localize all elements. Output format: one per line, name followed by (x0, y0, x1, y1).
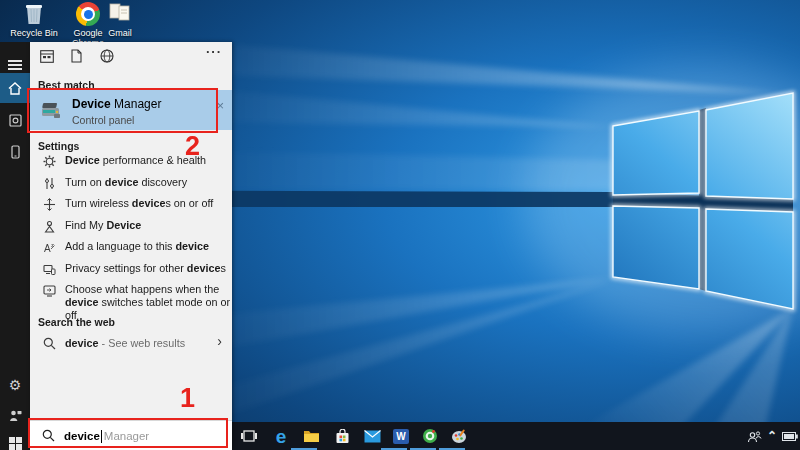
mobile-device-icon (11, 145, 20, 159)
store-icon (335, 429, 350, 444)
store-button[interactable] (333, 422, 351, 450)
sidebar-item-devices[interactable] (0, 137, 30, 167)
sidebar-item-home[interactable] (0, 73, 30, 103)
result-label: Turn on device discovery (65, 176, 187, 189)
web-result-label: device - See web results (65, 337, 185, 349)
paint-palette-icon (451, 428, 468, 444)
desktop-icon-label: Gmail (108, 28, 132, 38)
battery-icon (782, 432, 798, 441)
result-turn-on-device-discovery[interactable]: Turn on device discovery (30, 176, 232, 190)
sidebar-item-settings[interactable]: ⚙ (0, 370, 30, 400)
edge-button[interactable]: e (272, 422, 290, 450)
sidebar-item-feedback[interactable] (0, 400, 30, 430)
search-icon (43, 337, 56, 350)
show-hidden-icons-chevron: ⌃ (767, 429, 777, 443)
wireless-icon (43, 198, 56, 211)
word-icon: W (393, 429, 409, 444)
apps-filter-icon[interactable] (40, 49, 54, 67)
desktop-icon-label: Recycle Bin (10, 28, 58, 38)
feedback-person-icon (9, 409, 22, 422)
result-find-my-device[interactable]: Find My Device (30, 219, 232, 233)
privacy-devices-icon (43, 263, 56, 276)
web-filter-icon[interactable] (100, 49, 114, 67)
edge-icon: e (276, 427, 287, 446)
show-hidden-icons-button[interactable]: ⌃ (765, 422, 779, 450)
coccoc-browser-icon (422, 428, 438, 444)
recycle-bin-icon (22, 2, 46, 26)
language-icon: A z (43, 241, 56, 254)
start-button[interactable] (0, 428, 30, 450)
svg-text:A: A (44, 243, 51, 254)
chevron-right-icon[interactable]: › (217, 333, 222, 349)
notebook-icon (9, 114, 22, 127)
annotation-number-1: 1 (180, 383, 195, 414)
annotation-box-step1 (28, 418, 228, 448)
desktop-screen: Recycle Bin Google Chrome Gmail e (0, 0, 800, 450)
task-view-button[interactable] (240, 422, 258, 450)
result-device-performance-health[interactable]: Device performance & health (30, 154, 232, 168)
desktop-icon-recycle-bin[interactable]: Recycle Bin (8, 2, 60, 38)
search-filter-bar: ··· (30, 42, 232, 70)
gmail-shortcut-icon (107, 2, 133, 26)
result-privacy-other-devices[interactable]: Privacy settings for other devices (30, 262, 232, 276)
mail-button[interactable] (363, 422, 381, 450)
task-view-icon (241, 429, 257, 443)
result-label: Turn wireless devices on or off (65, 197, 213, 210)
find-device-icon (43, 220, 56, 233)
paint-palette-button[interactable] (450, 422, 468, 450)
desktop-icon-gmail[interactable]: Gmail (96, 2, 144, 38)
file-explorer-button[interactable] (302, 422, 320, 450)
file-explorer-icon (303, 429, 320, 443)
result-add-language[interactable]: A z Add a language to this device (30, 240, 232, 254)
sidebar-item-notebook[interactable] (0, 105, 30, 135)
gear-icon: ⚙ (9, 378, 22, 392)
home-icon (8, 82, 22, 95)
result-label: Add a language to this device (65, 240, 209, 253)
windows-logo-icon (9, 437, 22, 450)
search-web-header: Search the web (38, 316, 115, 328)
settings-header: Settings (38, 140, 79, 152)
search-sidebar: ⚙ (0, 42, 30, 450)
hamburger-icon (8, 60, 22, 70)
battery-tray-button[interactable] (781, 422, 799, 450)
gear-icon (43, 155, 56, 168)
annotation-number-2: 2 (185, 131, 200, 162)
documents-filter-icon[interactable] (71, 49, 82, 67)
annotation-box-step2 (27, 88, 218, 133)
result-turn-wireless-devices[interactable]: Turn wireless devices on or off (30, 197, 232, 211)
result-label: Find My Device (65, 219, 141, 232)
coccoc-browser-button[interactable] (421, 422, 439, 450)
more-options-icon[interactable]: ··· (206, 44, 222, 59)
discovery-icon (43, 177, 56, 190)
people-icon (747, 430, 762, 443)
tablet-mode-icon (43, 284, 56, 297)
mail-icon (364, 430, 381, 443)
result-label: Privacy settings for other devices (65, 262, 226, 275)
people-tray-button[interactable] (745, 422, 763, 450)
web-search-result[interactable]: device - See web results › (30, 332, 232, 354)
word-button[interactable]: W (392, 422, 410, 450)
